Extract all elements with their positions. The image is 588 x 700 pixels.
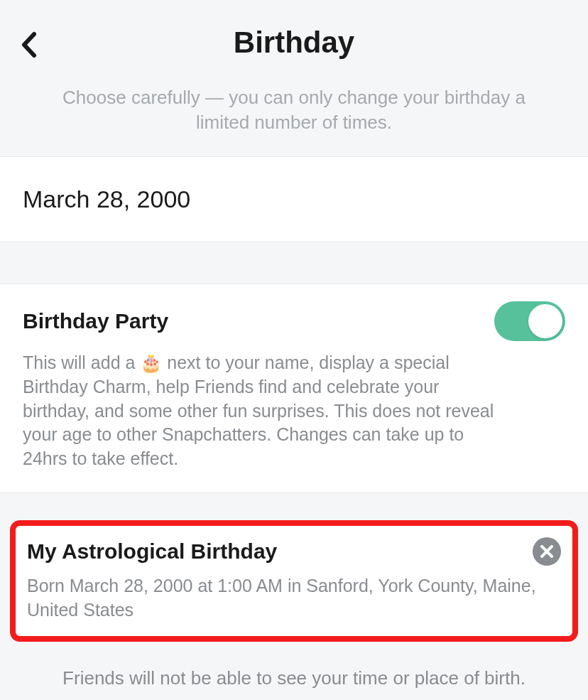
astro-header: My Astrological Birthday [27, 537, 561, 566]
party-title: Birthday Party [23, 309, 168, 333]
birthday-party-toggle[interactable] [494, 301, 565, 341]
astrological-birthday-section[interactable]: My Astrological Birthday Born March 28, … [16, 526, 572, 637]
header: Birthday [0, 0, 588, 77]
birthday-party-section: Birthday Party This will add a 🎂 next to… [0, 284, 588, 493]
astrological-birthday-highlight: My Astrological Birthday Born March 28, … [10, 520, 578, 642]
close-icon[interactable] [533, 537, 561, 566]
footer-note: Friends will not be able to see your tim… [0, 642, 588, 700]
back-icon[interactable] [20, 31, 38, 61]
birthday-section[interactable]: March 28, 2000 [0, 156, 588, 242]
toggle-knob [528, 304, 562, 338]
astro-title: My Astrological Birthday [27, 539, 277, 564]
subtitle: Choose carefully — you can only change y… [0, 77, 588, 156]
birthday-value: March 28, 2000 [0, 157, 588, 242]
party-header: Birthday Party [23, 301, 565, 341]
page-title: Birthday [20, 26, 568, 60]
party-description: This will add a 🎂 next to your name, dis… [23, 351, 506, 471]
astro-description: Born March 28, 2000 at 1:00 AM in Sanfor… [27, 574, 561, 623]
